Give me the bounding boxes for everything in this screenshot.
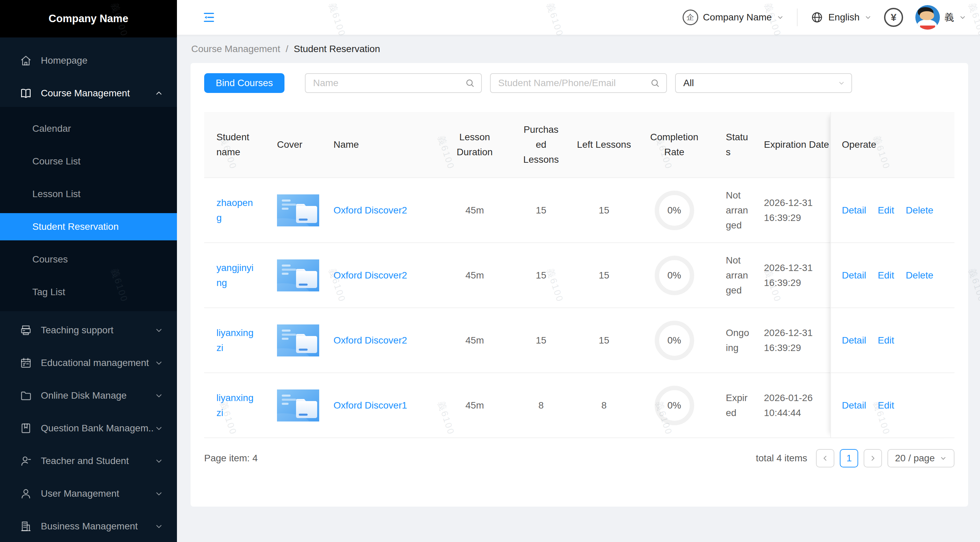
chevron-up-icon — [154, 89, 163, 98]
detail-link[interactable]: Detail — [842, 335, 866, 346]
cover-cell — [269, 194, 324, 226]
operate-fixed-column: OperateDetailEditDeleteDetailEditDeleteD… — [830, 112, 955, 438]
educational-icon — [20, 357, 32, 369]
search-icon[interactable] — [465, 78, 475, 88]
table-footer: Page item: 4 total 4 items 1 20 / page — [204, 448, 955, 468]
purchased-lessons-cell: 15 — [508, 203, 574, 218]
left-lessons-cell: 15 — [574, 203, 633, 218]
student-name-link[interactable]: zhaopeng — [216, 198, 253, 223]
chevron-down-icon — [154, 456, 163, 465]
sidebar-item-lesson-list[interactable]: Lesson List — [0, 180, 177, 208]
edit-link[interactable]: Edit — [878, 400, 894, 411]
edit-link[interactable]: Edit — [878, 205, 894, 216]
breadcrumb-student-reservation: Student Reservation — [294, 43, 380, 54]
language-switcher[interactable]: English — [811, 11, 872, 24]
search-icon[interactable] — [650, 78, 660, 88]
teacher-student-icon — [20, 455, 32, 467]
sidebar-item-course-list[interactable]: Course List — [0, 148, 177, 175]
sidebar-item-homepage[interactable]: Homepage — [0, 47, 177, 74]
lesson-duration-cell: 45m — [442, 268, 508, 283]
operate-cell: DetailEditDelete — [830, 178, 955, 243]
student-search-input[interactable] — [498, 78, 650, 89]
sidebar-item-teaching-support[interactable]: Teaching support — [0, 317, 177, 344]
column-header-left-lessons: Left Lessons — [574, 137, 633, 152]
bind-courses-button[interactable]: Bind Courses — [204, 73, 285, 93]
chevron-down-icon — [154, 359, 163, 367]
breadcrumb: Course Management / Student Reservation — [177, 35, 980, 63]
student-name-link[interactable]: yangjinying — [216, 263, 253, 288]
sidebar-item-calendar[interactable]: Calendar — [0, 115, 177, 142]
user-menu[interactable]: 義 — [915, 5, 966, 30]
student-name-cell: liyanxingzi — [204, 391, 269, 421]
status-filter-value: All — [683, 78, 694, 89]
sidebar-item-student-reservation[interactable]: Student Reservation — [0, 213, 177, 240]
currency-yen-icon[interactable]: ¥ — [884, 8, 903, 27]
sidebar-item-user-management[interactable]: User Management — [0, 480, 177, 507]
operate-cell: DetailEdit — [830, 308, 955, 373]
completion-progress-circle: 0% — [655, 386, 694, 425]
sidebar-item-label: Homepage — [41, 55, 163, 66]
home-icon — [20, 54, 32, 67]
folder-icon — [20, 389, 32, 402]
page-1-button[interactable]: 1 — [840, 449, 858, 467]
lesson-duration-cell: 45m — [442, 333, 508, 348]
student-name-cell: yangjinying — [204, 260, 269, 290]
sidebar-item-course-management[interactable]: Course Management — [0, 80, 177, 107]
detail-link[interactable]: Detail — [842, 205, 866, 216]
course-name-cell: Oxford Discover2 — [324, 203, 442, 218]
course-name-link[interactable]: Oxford Discover2 — [334, 205, 407, 215]
sidebar-item-online-disk-manage[interactable]: Online Disk Manage — [0, 382, 177, 409]
next-page-button[interactable] — [864, 449, 882, 467]
sidebar-item-courses[interactable]: Courses — [0, 246, 177, 273]
filter-bar: Bind Courses All — [204, 73, 955, 93]
completion-rate-cell: 0% — [633, 191, 715, 230]
edit-link[interactable]: Edit — [878, 335, 894, 346]
completion-rate-cell: 0% — [633, 321, 715, 360]
sidebar-item-label: Business Management — [41, 521, 154, 532]
course-name-cell: Oxford Discover2 — [324, 268, 442, 283]
detail-link[interactable]: Detail — [842, 400, 866, 411]
sidebar-item-tag-list[interactable]: Tag List — [0, 279, 177, 306]
main-area: 企 Company Name English ¥ — [177, 0, 980, 507]
course-cover-image — [277, 324, 324, 357]
student-name-link[interactable]: liyanxingzi — [216, 327, 253, 353]
header-divider — [797, 8, 798, 26]
sidebar-item-label: Course Management — [41, 88, 154, 99]
column-header-operate: Operate — [830, 112, 955, 178]
pagination: total 4 items 1 20 / page — [756, 449, 955, 467]
company-switcher-label: Company Name — [703, 12, 772, 23]
page-size-select[interactable]: 20 / page — [888, 449, 955, 467]
sidebar-item-teacher-and-student[interactable]: Teacher and Student — [0, 447, 177, 475]
completion-progress-circle: 0% — [655, 321, 694, 360]
user-avatar — [915, 5, 940, 30]
lesson-duration-cell: 45m — [442, 398, 508, 413]
course-name-cell: Oxford Discover1 — [324, 398, 442, 413]
breadcrumb-course-management[interactable]: Course Management — [191, 43, 280, 54]
user-name: 義 — [945, 11, 954, 24]
sidebar-item-label: Teaching support — [41, 325, 154, 336]
course-name-input[interactable] — [313, 78, 465, 89]
completion-progress-circle: 0% — [655, 191, 694, 230]
course-name-link[interactable]: Oxford Discover1 — [334, 400, 407, 411]
delete-link[interactable]: Delete — [906, 270, 933, 281]
company-switcher[interactable]: 企 Company Name — [682, 10, 784, 25]
completion-rate-cell: 0% — [633, 256, 715, 295]
prev-page-button[interactable] — [816, 449, 834, 467]
sidebar-item-educational-management[interactable]: Educational management — [0, 349, 177, 376]
completion-progress-circle: 0% — [655, 256, 694, 295]
lesson-duration-cell: 45m — [442, 203, 508, 218]
course-name-link[interactable]: Oxford Discover2 — [334, 335, 407, 346]
menu-fold-icon[interactable] — [202, 11, 216, 24]
edit-link[interactable]: Edit — [878, 270, 894, 281]
course-cover-image — [277, 260, 324, 292]
student-name-link[interactable]: liyanxingzi — [216, 392, 253, 418]
status-filter-select[interactable]: All — [675, 73, 852, 93]
sidebar-item-business-management[interactable]: Business Management — [0, 513, 177, 540]
delete-link[interactable]: Delete — [906, 205, 933, 216]
column-header-status: Status — [715, 130, 760, 160]
course-name-link[interactable]: Oxford Discover2 — [334, 270, 407, 281]
sidebar-item-question-bank-managem[interactable]: Question Bank Managem... — [0, 414, 177, 442]
detail-link[interactable]: Detail — [842, 270, 866, 281]
student-name-cell: zhaopeng — [204, 195, 269, 225]
teaching-icon — [20, 324, 32, 336]
